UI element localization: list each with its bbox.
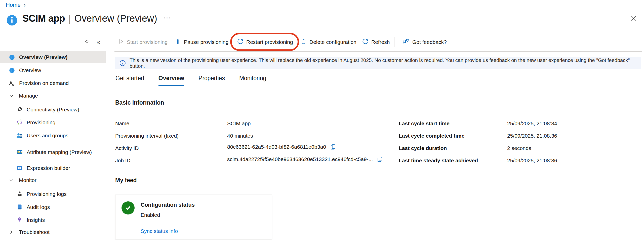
app-name: SCIM app [22, 13, 65, 24]
diamond-icon [84, 39, 90, 46]
copy-activity-id-button[interactable] [330, 144, 336, 150]
person-sync-icon [9, 80, 15, 86]
success-check-icon [122, 201, 135, 214]
journal-icon [16, 204, 23, 210]
tab-overview[interactable]: Overview [158, 75, 184, 86]
sidebar-item-expression-builder[interactable]: Expression builder [0, 162, 106, 174]
app-info-icon [6, 14, 18, 26]
pause-icon [175, 39, 181, 46]
pause-provisioning-label: Pause provisioning [184, 39, 228, 45]
info-banner: This is a new version of the provisionin… [115, 57, 641, 69]
lightbulb-icon [16, 217, 23, 223]
sidebar-group-label: Monitor [19, 177, 36, 183]
info-outline-icon [119, 60, 126, 66]
sidebar-item-overview-preview[interactable]: Overview (Preview) [0, 51, 106, 63]
sidebar-item-label: Attribute mapping (Preview) [27, 149, 92, 156]
tab-properties[interactable]: Properties [198, 75, 225, 86]
pause-provisioning-button[interactable]: Pause provisioning [175, 33, 228, 51]
sidebar-group-manage[interactable]: Manage [0, 90, 106, 102]
sidebar-item-label: Connectivity (Preview) [27, 106, 79, 113]
refresh-button[interactable]: Refresh [362, 33, 390, 51]
sidebar-item-label: Provisioning [27, 119, 55, 126]
more-options-button[interactable]: … [163, 11, 172, 20]
configuration-status-title: Configuration status [141, 202, 195, 208]
sidebar-item-label: Insights [27, 217, 45, 223]
plug-icon [16, 106, 23, 113]
close-icon [630, 14, 637, 23]
field-value-last-cycle-duration: 2 seconds [507, 145, 531, 151]
close-blade-button[interactable] [628, 14, 638, 24]
sidebar-item-provisioning-logs[interactable]: Provisioning logs [0, 188, 106, 200]
sidebar-item-insights[interactable]: Insights [0, 214, 106, 226]
my-feed-heading: My feed [115, 177, 137, 184]
sync-status-info-link[interactable]: Sync status info [141, 228, 178, 234]
code-icon [16, 165, 23, 171]
chevron-right-icon [8, 229, 14, 235]
delete-configuration-label: Delete configuration [309, 39, 356, 45]
double-chevron-left-icon: « [97, 38, 100, 46]
field-label-last-cycle-completed: Last cycle completed time [399, 133, 464, 139]
scim-app-overview-page: Home › SCIM app | Overview (Preview) … «… [0, 0, 644, 247]
field-label-job-id: Job ID [115, 158, 131, 164]
field-value-last-cycle-start: 25/09/2025, 21:08:34 [507, 120, 557, 127]
field-value-name: SCIM app [227, 120, 251, 127]
title-divider: | [68, 13, 71, 24]
info-banner-text: This is a new version of the provisionin… [130, 57, 641, 69]
blade-title: Overview (Preview) [74, 13, 157, 24]
got-feedback-button[interactable]: Got feedback? [402, 33, 447, 51]
sidebar-group-troubleshoot[interactable]: Troubleshoot [0, 226, 106, 238]
restart-provisioning-label: Restart provisioning [246, 39, 293, 45]
field-label-last-steady-state: Last time steady state achieved [399, 158, 478, 164]
breadcrumb-home-link[interactable]: Home [6, 2, 21, 8]
sidebar-item-provision-on-demand[interactable]: Provision on demand [0, 77, 106, 89]
chevron-down-icon [8, 177, 14, 183]
person-tray-icon [16, 191, 23, 197]
chevron-down-icon [8, 93, 14, 99]
field-value-last-cycle-completed: 25/09/2025, 21:08:36 [507, 133, 557, 139]
field-value-job-id: scim.4da2272f9f5e40be963463620e513321.ec… [227, 156, 383, 163]
sidebar-item-provisioning[interactable]: Provisioning [0, 116, 106, 128]
configuration-status-value: Enabled [141, 212, 160, 218]
field-value-provisioning-interval: 40 minutes [227, 133, 253, 139]
sidebar-item-label: Provision on demand [19, 80, 69, 86]
field-label-last-cycle-start: Last cycle start time [399, 120, 450, 127]
resize-handle-button[interactable] [84, 33, 90, 51]
sidebar-item-attribute-mapping[interactable]: Attribute mapping (Preview) [0, 142, 106, 162]
tab-monitoring[interactable]: Monitoring [239, 75, 266, 86]
field-value-activity-id: 80c63621-62a5-4d03-bf82-6a6811e0b3a0 [227, 144, 336, 150]
trash-icon [300, 38, 307, 46]
start-provisioning-label: Start provisioning [127, 39, 168, 45]
delete-configuration-button[interactable]: Delete configuration [300, 33, 356, 51]
toolbar-divider [394, 37, 394, 47]
toolbar-bottom-rule [114, 51, 642, 52]
field-value-last-steady-state: 25/09/2025, 21:08:36 [507, 158, 557, 164]
sidebar-group-label: Manage [19, 93, 38, 99]
restart-provisioning-button[interactable]: Restart provisioning [237, 33, 293, 51]
basic-information-heading: Basic information [115, 99, 164, 106]
sidebar-item-audit-logs[interactable]: Audit logs [0, 201, 106, 213]
start-provisioning-button[interactable]: Start provisioning [118, 33, 168, 51]
got-feedback-label: Got feedback? [412, 39, 447, 45]
field-label-activity-id: Activity ID [115, 145, 139, 151]
content-tabs: Get started Overview Properties Monitori… [115, 75, 266, 86]
sidebar-item-label: Provisioning logs [27, 191, 67, 197]
field-label-last-cycle-duration: Last cycle duration [399, 145, 447, 151]
sidebar-group-label: Troubleshoot [19, 229, 50, 235]
refresh-icon [362, 38, 369, 46]
restart-icon [237, 38, 244, 46]
sidebar-item-label: Overview (Preview) [19, 54, 68, 60]
sidebar-item-users-and-groups[interactable]: Users and groups [0, 129, 106, 141]
play-icon [118, 38, 124, 46]
collapse-sidebar-button[interactable]: « [97, 33, 100, 51]
sidebar-item-label: Overview [19, 67, 41, 73]
sidebar-group-monitor[interactable]: Monitor [0, 174, 106, 186]
configuration-status-card: Configuration status Enabled Sync status… [115, 195, 272, 239]
tab-get-started[interactable]: Get started [115, 75, 144, 86]
copy-job-id-button[interactable] [377, 156, 383, 163]
sidebar-item-label: Users and groups [27, 132, 68, 139]
page-title: SCIM app | Overview (Preview) [22, 13, 157, 24]
field-label-name: Name [115, 120, 129, 127]
info-icon [9, 68, 15, 73]
sidebar-item-overview[interactable]: Overview [0, 64, 106, 76]
sidebar-item-connectivity[interactable]: Connectivity (Preview) [0, 103, 106, 115]
